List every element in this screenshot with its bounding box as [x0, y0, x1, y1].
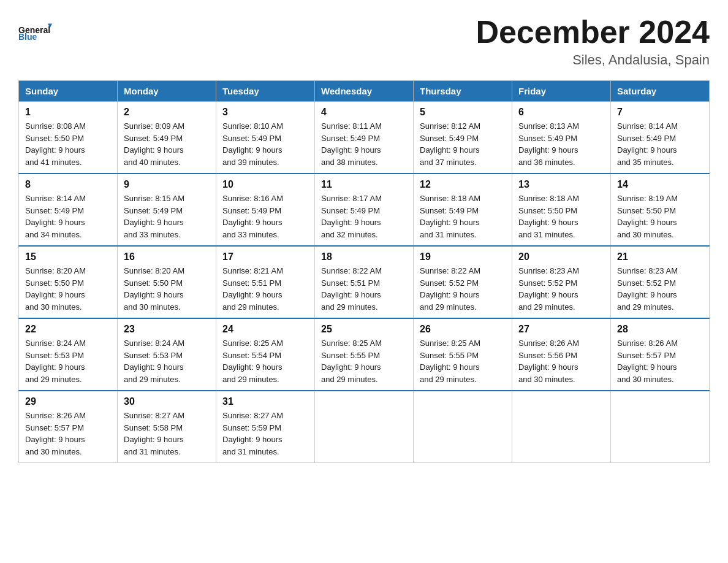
calendar-day-cell: 9 Sunrise: 8:15 AMSunset: 5:49 PMDayligh… [118, 174, 216, 246]
day-info: Sunrise: 8:22 AMSunset: 5:52 PMDaylight:… [420, 266, 480, 312]
calendar-week-row: 1 Sunrise: 8:08 AMSunset: 5:50 PMDayligh… [19, 102, 710, 174]
svg-text:Blue: Blue [18, 32, 37, 42]
calendar-day-cell: 5 Sunrise: 8:12 AMSunset: 5:49 PMDayligh… [414, 102, 512, 174]
day-info: Sunrise: 8:23 AMSunset: 5:52 PMDaylight:… [617, 266, 678, 312]
day-info: Sunrise: 8:12 AMSunset: 5:49 PMDaylight:… [420, 121, 480, 167]
calendar-day-cell: 21 Sunrise: 8:23 AMSunset: 5:52 PMDaylig… [611, 246, 710, 318]
day-number: 3 [222, 107, 308, 118]
location-title: Siles, Andalusia, Spain [476, 52, 710, 68]
day-number: 6 [518, 107, 604, 118]
day-info: Sunrise: 8:26 AMSunset: 5:56 PMDaylight:… [518, 339, 579, 384]
page-header: General Blue December 2024 Siles, Andalu… [18, 15, 710, 68]
day-info: Sunrise: 8:16 AMSunset: 5:49 PMDaylight:… [222, 194, 283, 239]
calendar-day-cell: 25 Sunrise: 8:25 AMSunset: 5:55 PMDaylig… [315, 318, 414, 391]
day-number: 5 [420, 107, 506, 118]
day-number: 14 [617, 179, 703, 190]
day-info: Sunrise: 8:27 AMSunset: 5:58 PMDaylight:… [124, 411, 184, 456]
calendar-day-cell: 18 Sunrise: 8:22 AMSunset: 5:51 PMDaylig… [315, 246, 414, 318]
calendar-day-cell: 20 Sunrise: 8:23 AMSunset: 5:52 PMDaylig… [512, 246, 611, 318]
day-info: Sunrise: 8:13 AMSunset: 5:49 PMDaylight:… [518, 121, 579, 167]
day-number: 31 [222, 396, 308, 407]
calendar-day-cell: 26 Sunrise: 8:25 AMSunset: 5:55 PMDaylig… [414, 318, 512, 391]
day-info: Sunrise: 8:19 AMSunset: 5:50 PMDaylight:… [617, 194, 678, 239]
day-number: 20 [518, 251, 604, 262]
day-number: 11 [321, 179, 407, 190]
calendar-day-cell: 30 Sunrise: 8:27 AMSunset: 5:58 PMDaylig… [118, 391, 216, 463]
calendar-day-cell: 4 Sunrise: 8:11 AMSunset: 5:49 PMDayligh… [315, 102, 414, 174]
calendar-day-cell: 7 Sunrise: 8:14 AMSunset: 5:49 PMDayligh… [611, 102, 710, 174]
day-number: 24 [222, 324, 308, 335]
calendar-day-cell [611, 391, 710, 463]
day-info: Sunrise: 8:14 AMSunset: 5:49 PMDaylight:… [617, 121, 678, 167]
calendar-day-cell: 13 Sunrise: 8:18 AMSunset: 5:50 PMDaylig… [512, 174, 611, 246]
calendar-day-cell: 1 Sunrise: 8:08 AMSunset: 5:50 PMDayligh… [19, 102, 118, 174]
calendar-day-cell: 3 Sunrise: 8:10 AMSunset: 5:49 PMDayligh… [216, 102, 315, 174]
day-info: Sunrise: 8:22 AMSunset: 5:51 PMDaylight:… [321, 266, 382, 312]
calendar-week-row: 15 Sunrise: 8:20 AMSunset: 5:50 PMDaylig… [19, 246, 710, 318]
calendar-day-cell: 2 Sunrise: 8:09 AMSunset: 5:49 PMDayligh… [118, 102, 216, 174]
day-number: 19 [420, 251, 506, 262]
day-number: 21 [617, 251, 703, 262]
day-number: 29 [25, 396, 111, 407]
day-info: Sunrise: 8:20 AMSunset: 5:50 PMDaylight:… [124, 266, 184, 312]
day-info: Sunrise: 8:18 AMSunset: 5:50 PMDaylight:… [518, 194, 579, 239]
day-number: 7 [617, 107, 703, 118]
calendar-day-cell: 6 Sunrise: 8:13 AMSunset: 5:49 PMDayligh… [512, 102, 611, 174]
calendar-week-row: 8 Sunrise: 8:14 AMSunset: 5:49 PMDayligh… [19, 174, 710, 246]
day-number: 1 [25, 107, 111, 118]
day-info: Sunrise: 8:25 AMSunset: 5:54 PMDaylight:… [222, 339, 283, 384]
month-title: December 2024 [476, 15, 710, 50]
calendar-week-row: 22 Sunrise: 8:24 AMSunset: 5:53 PMDaylig… [19, 318, 710, 391]
day-info: Sunrise: 8:21 AMSunset: 5:51 PMDaylight:… [222, 266, 283, 312]
day-number: 16 [124, 251, 210, 262]
calendar-day-cell: 10 Sunrise: 8:16 AMSunset: 5:49 PMDaylig… [216, 174, 315, 246]
day-info: Sunrise: 8:11 AMSunset: 5:49 PMDaylight:… [321, 121, 382, 167]
day-info: Sunrise: 8:25 AMSunset: 5:55 PMDaylight:… [420, 339, 480, 384]
day-number: 26 [420, 324, 506, 335]
day-number: 30 [124, 396, 210, 407]
day-info: Sunrise: 8:08 AMSunset: 5:50 PMDaylight:… [25, 121, 86, 167]
calendar-header-cell: Friday [512, 81, 611, 102]
day-info: Sunrise: 8:09 AMSunset: 5:49 PMDaylight:… [124, 121, 184, 167]
calendar-day-cell: 19 Sunrise: 8:22 AMSunset: 5:52 PMDaylig… [414, 246, 512, 318]
calendar-week-row: 29 Sunrise: 8:26 AMSunset: 5:57 PMDaylig… [19, 391, 710, 463]
calendar-day-cell: 29 Sunrise: 8:26 AMSunset: 5:57 PMDaylig… [19, 391, 118, 463]
calendar-day-cell: 31 Sunrise: 8:27 AMSunset: 5:59 PMDaylig… [216, 391, 315, 463]
calendar-day-cell: 23 Sunrise: 8:24 AMSunset: 5:53 PMDaylig… [118, 318, 216, 391]
day-number: 15 [25, 251, 111, 262]
calendar-day-cell: 27 Sunrise: 8:26 AMSunset: 5:56 PMDaylig… [512, 318, 611, 391]
calendar-day-cell: 17 Sunrise: 8:21 AMSunset: 5:51 PMDaylig… [216, 246, 315, 318]
day-info: Sunrise: 8:26 AMSunset: 5:57 PMDaylight:… [25, 411, 86, 456]
day-number: 10 [222, 179, 308, 190]
day-info: Sunrise: 8:17 AMSunset: 5:49 PMDaylight:… [321, 194, 382, 239]
calendar-day-cell [414, 391, 512, 463]
day-number: 23 [124, 324, 210, 335]
calendar-day-cell: 11 Sunrise: 8:17 AMSunset: 5:49 PMDaylig… [315, 174, 414, 246]
day-info: Sunrise: 8:18 AMSunset: 5:49 PMDaylight:… [420, 194, 480, 239]
day-number: 2 [124, 107, 210, 118]
calendar-day-cell: 28 Sunrise: 8:26 AMSunset: 5:57 PMDaylig… [611, 318, 710, 391]
day-info: Sunrise: 8:26 AMSunset: 5:57 PMDaylight:… [617, 339, 678, 384]
calendar-day-cell: 8 Sunrise: 8:14 AMSunset: 5:49 PMDayligh… [19, 174, 118, 246]
day-number: 22 [25, 324, 111, 335]
day-info: Sunrise: 8:23 AMSunset: 5:52 PMDaylight:… [518, 266, 579, 312]
day-number: 17 [222, 251, 308, 262]
day-info: Sunrise: 8:25 AMSunset: 5:55 PMDaylight:… [321, 339, 382, 384]
calendar-header-cell: Sunday [19, 81, 118, 102]
day-number: 9 [124, 179, 210, 190]
calendar-day-cell: 12 Sunrise: 8:18 AMSunset: 5:49 PMDaylig… [414, 174, 512, 246]
day-info: Sunrise: 8:14 AMSunset: 5:49 PMDaylight:… [25, 194, 86, 239]
calendar-header-cell: Saturday [611, 81, 710, 102]
day-info: Sunrise: 8:15 AMSunset: 5:49 PMDaylight:… [124, 194, 184, 239]
calendar-table: SundayMondayTuesdayWednesdayThursdayFrid… [18, 80, 710, 463]
calendar-day-cell [315, 391, 414, 463]
day-number: 4 [321, 107, 407, 118]
day-info: Sunrise: 8:20 AMSunset: 5:50 PMDaylight:… [25, 266, 86, 312]
calendar-day-cell: 14 Sunrise: 8:19 AMSunset: 5:50 PMDaylig… [611, 174, 710, 246]
calendar-day-cell: 22 Sunrise: 8:24 AMSunset: 5:53 PMDaylig… [19, 318, 118, 391]
calendar-day-cell [512, 391, 611, 463]
day-info: Sunrise: 8:24 AMSunset: 5:53 PMDaylight:… [124, 339, 184, 384]
day-number: 12 [420, 179, 506, 190]
logo: General Blue [18, 15, 55, 48]
calendar-day-cell: 16 Sunrise: 8:20 AMSunset: 5:50 PMDaylig… [118, 246, 216, 318]
